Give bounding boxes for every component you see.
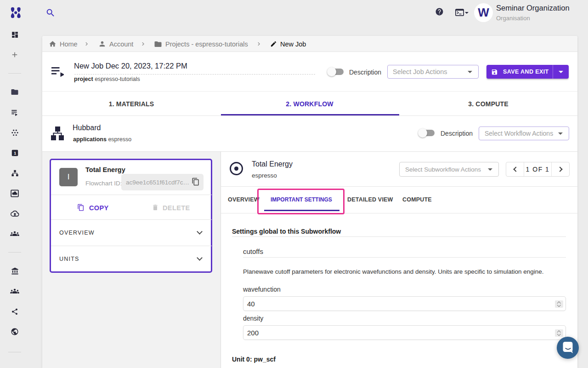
svg-text:1: 1 — [14, 151, 16, 155]
